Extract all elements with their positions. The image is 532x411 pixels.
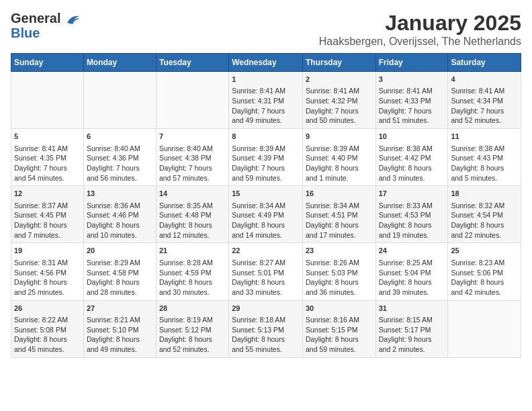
cell-content-line: and 55 minutes. [232,345,300,355]
calendar-cell [448,300,521,357]
day-number: 23 [306,246,373,256]
cell-content-line: and 50 minutes. [306,116,373,126]
subtitle: Haaksbergen, Overijssel, The Netherlands [319,36,521,48]
day-number: 25 [451,246,518,256]
cell-content-line: Sunrise: 8:22 AM [14,315,81,325]
calendar-cell: 21Sunrise: 8:28 AMSunset: 4:59 PMDayligh… [156,243,228,300]
cell-content-line: Sunset: 4:53 PM [379,210,445,220]
cell-content-line: Sunrise: 8:35 AM [159,201,226,211]
calendar-cell: 22Sunrise: 8:27 AMSunset: 5:01 PMDayligh… [229,243,303,300]
day-number: 4 [451,75,518,85]
calendar-cell [156,72,228,129]
day-number: 30 [306,304,373,314]
header-cell-saturday: Saturday [448,54,521,72]
cell-content-line: and 28 minutes. [87,287,153,298]
cell-content-line: Daylight: 8 hours [451,163,518,173]
header-cell-tuesday: Tuesday [156,54,228,72]
cell-content-line: Sunrise: 8:41 AM [232,86,300,96]
cell-content-line: Sunset: 4:48 PM [159,210,226,220]
cell-content-line: Daylight: 8 hours [232,334,300,345]
cell-content-line: Sunrise: 8:21 AM [87,315,153,325]
day-number: 13 [87,189,153,199]
cell-content-line: and 57 minutes. [159,173,226,183]
calendar-cell [83,72,156,129]
cell-content-line: Sunrise: 8:36 AM [87,201,153,211]
day-number: 24 [379,246,445,256]
calendar-cell: 16Sunrise: 8:34 AMSunset: 4:51 PMDayligh… [302,186,375,243]
day-number: 12 [14,189,81,199]
calendar-week-1: 1Sunrise: 8:41 AMSunset: 4:31 PMDaylight… [11,72,521,129]
day-number: 14 [159,189,226,199]
cell-content-line: and 49 minutes. [232,116,300,126]
day-number: 17 [379,189,445,199]
title-block: January 2025 Haaksbergen, Overijssel, Th… [319,11,521,48]
header-cell-monday: Monday [83,54,156,72]
calendar-cell: 31Sunrise: 8:15 AMSunset: 5:17 PMDayligh… [375,300,448,357]
cell-content-line: Daylight: 8 hours [87,220,153,230]
cell-content-line: Sunrise: 8:41 AM [451,86,518,96]
cell-content-line: and 10 minutes. [87,230,153,240]
cell-content-line: and 22 minutes. [451,230,518,240]
cell-content-line: Sunset: 4:56 PM [14,268,81,278]
cell-content-line: and 25 minutes. [14,287,81,298]
cell-content-line: and 49 minutes. [87,345,153,355]
cell-content-line: Daylight: 7 hours [159,163,226,173]
cell-content-line: Sunrise: 8:41 AM [306,86,373,96]
day-number: 29 [232,304,300,314]
cell-content-line: Sunset: 4:49 PM [232,210,300,220]
cell-content-line: Daylight: 8 hours [87,334,153,345]
cell-content-line: and 33 minutes. [232,287,300,298]
calendar-week-5: 26Sunrise: 8:22 AMSunset: 5:08 PMDayligh… [11,300,521,357]
cell-content-line: Sunset: 5:12 PM [159,325,226,335]
day-number: 15 [232,189,300,199]
cell-content-line: Daylight: 8 hours [14,277,81,287]
cell-content-line: and 59 minutes. [232,173,300,183]
cell-content-line: Sunrise: 8:32 AM [451,201,518,211]
cell-content-line: Daylight: 7 hours [14,163,81,173]
calendar-cell: 20Sunrise: 8:29 AMSunset: 4:58 PMDayligh… [83,243,156,300]
cell-content-line: and 59 minutes. [306,345,373,355]
cell-content-line: Sunrise: 8:28 AM [159,258,226,268]
cell-content-line: Sunrise: 8:27 AM [232,258,300,268]
day-number: 8 [232,132,300,142]
cell-content-line: Sunset: 4:59 PM [159,268,226,278]
calendar-cell: 7Sunrise: 8:40 AMSunset: 4:38 PMDaylight… [156,129,228,186]
day-number: 19 [14,246,81,256]
cell-content-line: Sunrise: 8:26 AM [306,258,373,268]
day-number: 27 [87,304,153,314]
cell-content-line: and 54 minutes. [14,173,81,183]
cell-content-line: and 17 minutes. [306,230,373,240]
day-number: 18 [451,189,518,199]
cell-content-line: Daylight: 8 hours [87,277,153,287]
cell-content-line: and 1 minute. [306,173,373,183]
day-number: 5 [14,132,81,142]
header-cell-friday: Friday [375,54,448,72]
cell-content-line: Sunset: 5:06 PM [451,268,518,278]
calendar-table: SundayMondayTuesdayWednesdayThursdayFrid… [11,53,521,358]
cell-content-line: Sunset: 5:01 PM [232,268,300,278]
cell-content-line: and 3 minutes. [379,173,445,183]
cell-content-line: Daylight: 8 hours [232,220,300,230]
day-number: 6 [87,132,153,142]
cell-content-line: Daylight: 7 hours [232,163,300,173]
cell-content-line: Sunset: 4:42 PM [379,153,445,163]
calendar-week-3: 12Sunrise: 8:37 AMSunset: 4:45 PMDayligh… [11,186,521,243]
cell-content-line: Daylight: 8 hours [159,220,226,230]
cell-content-line: Daylight: 7 hours [232,106,300,116]
cell-content-line: Daylight: 8 hours [232,277,300,287]
cell-content-line: Sunset: 4:36 PM [87,153,153,163]
cell-content-line: and 51 minutes. [379,116,445,126]
cell-content-line: and 12 minutes. [159,230,226,240]
day-number: 2 [306,75,373,85]
cell-content-line: Sunrise: 8:34 AM [306,201,373,211]
cell-content-line: Sunset: 4:39 PM [232,153,300,163]
day-number: 28 [159,304,226,314]
cell-content-line: Sunrise: 8:38 AM [379,144,445,154]
calendar-cell: 25Sunrise: 8:23 AMSunset: 5:06 PMDayligh… [448,243,521,300]
cell-content-line: and 52 minutes. [451,116,518,126]
cell-content-line: Sunrise: 8:29 AM [87,258,153,268]
cell-content-line: and 42 minutes. [451,287,518,298]
cell-content-line: and 36 minutes. [306,287,373,298]
cell-content-line: and 45 minutes. [14,345,81,355]
day-number: 10 [379,132,445,142]
